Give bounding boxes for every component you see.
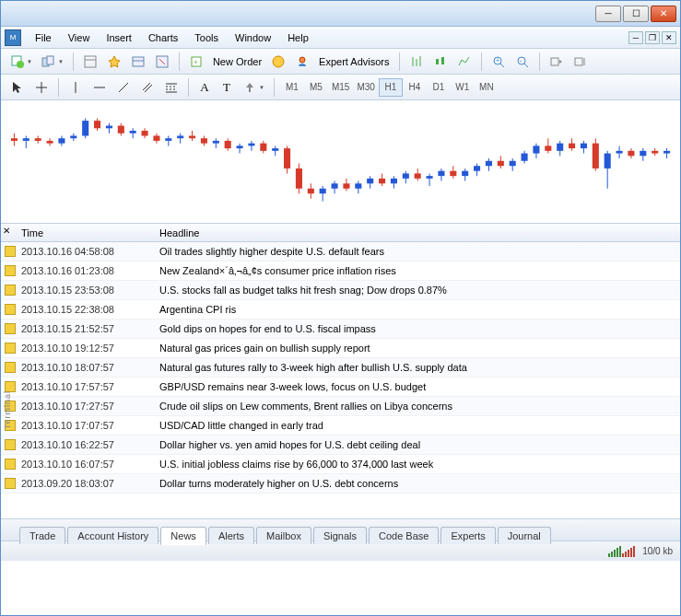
tab-experts[interactable]: Experts (440, 527, 495, 544)
timeframe-h1[interactable]: H1 (379, 78, 403, 97)
news-row[interactable]: 2013.10.10 19:12:57Natural gas prices ga… (1, 339, 680, 358)
timeframe-m30[interactable]: M30 (353, 78, 378, 97)
mdi-minimize-button[interactable]: ─ (628, 31, 643, 44)
svg-rect-40 (11, 138, 18, 141)
column-header-time[interactable]: Time (21, 227, 159, 238)
trendline-button[interactable] (112, 77, 135, 98)
news-icon (5, 459, 16, 470)
text-button[interactable]: A (194, 77, 215, 98)
minimize-button[interactable]: ─ (595, 6, 621, 22)
news-icon (5, 478, 16, 489)
timeframe-m1[interactable]: M1 (280, 78, 304, 97)
new-order-button[interactable]: + (185, 52, 207, 72)
svg-rect-78 (237, 145, 243, 148)
terminal-button[interactable] (127, 52, 149, 72)
news-row[interactable]: 2013.10.10 17:27:57Crude oil slips on Le… (1, 397, 680, 416)
zoom-in-button[interactable]: + (487, 52, 510, 72)
news-time: 2013.10.10 16:22:57 (21, 439, 159, 450)
toolbar-separator (58, 78, 59, 97)
traffic-label: 10/0 kb (642, 546, 673, 556)
news-row[interactable]: 2013.10.16 01:23:08New Zealand×´â‚¬â„¢s … (1, 262, 680, 281)
auto-scroll-button[interactable] (546, 52, 568, 72)
timeframe-m5[interactable]: M5 (304, 78, 328, 97)
tab-trade[interactable]: Trade (19, 527, 65, 544)
menu-file[interactable]: File (27, 29, 60, 46)
mdi-close-button[interactable]: ✕ (662, 31, 676, 44)
fibonacci-button[interactable] (160, 77, 182, 98)
news-list[interactable]: 2013.10.16 04:58:08Oil trades slightly h… (1, 242, 680, 518)
profiles-button[interactable]: ▼ (38, 52, 67, 72)
news-time: 2013.10.10 18:07:57 (21, 362, 159, 373)
horizontal-line-button[interactable] (88, 77, 111, 98)
menu-charts[interactable]: Charts (140, 29, 186, 46)
equidistant-channel-button[interactable] (136, 77, 159, 98)
expert-advisors-button[interactable] (291, 52, 313, 72)
connection-bars-icon (608, 546, 635, 557)
tab-mailbox[interactable]: Mailbox (256, 527, 311, 544)
bar-chart-button[interactable] (405, 52, 428, 72)
new-chart-button[interactable]: ▼ (6, 52, 36, 72)
timeframe-mn[interactable]: MN (475, 78, 499, 97)
news-row[interactable]: 2013.10.10 17:57:57GBP/USD remains near … (1, 378, 680, 397)
crosshair-button[interactable] (30, 77, 53, 98)
menu-tools[interactable]: Tools (186, 29, 227, 46)
news-row[interactable]: 2013.10.16 04:58:08Oil trades slightly h… (1, 242, 680, 262)
timeframe-h4[interactable]: H4 (403, 78, 427, 97)
timeframe-w1[interactable]: W1 (451, 78, 475, 97)
menu-help[interactable]: Help (279, 29, 317, 46)
arrows-button[interactable]: ▼ (239, 77, 268, 98)
menu-window[interactable]: Window (227, 29, 279, 46)
news-row[interactable]: 2013.10.10 17:07:57USD/CAD little change… (1, 416, 680, 436)
news-row[interactable]: 2013.10.10 16:22:57Dollar higher vs. yen… (1, 436, 680, 455)
zoom-out-button[interactable]: - (511, 52, 534, 72)
vertical-line-button[interactable] (65, 77, 87, 98)
expert-advisors-label[interactable]: Expert Advisors (319, 56, 389, 67)
svg-rect-148 (652, 151, 658, 154)
strategy-tester-button[interactable] (151, 52, 173, 72)
close-button[interactable]: ✕ (651, 6, 676, 22)
timeframe-d1[interactable]: D1 (427, 78, 451, 97)
svg-text:+: + (194, 58, 198, 66)
new-order-label[interactable]: New Order (213, 56, 262, 67)
tab-code-base[interactable]: Code Base (369, 527, 439, 544)
candle-chart-button[interactable] (429, 52, 452, 72)
news-row[interactable]: 2013.10.15 23:53:08U.S. stocks fall as b… (1, 281, 680, 300)
svg-rect-114 (450, 171, 456, 176)
navigator-button[interactable] (103, 52, 125, 72)
app-icon: M (5, 29, 21, 46)
news-row[interactable]: 2013.10.10 18:07:57Natural gas futures r… (1, 358, 680, 378)
market-watch-button[interactable] (79, 52, 101, 72)
svg-rect-64 (153, 135, 159, 140)
news-headline: Gold dips on hopes for end to U.S. fisca… (159, 323, 680, 334)
svg-rect-66 (165, 138, 171, 141)
chart-area[interactable] (1, 100, 680, 224)
chart-shift-button[interactable] (569, 52, 592, 72)
maximize-button[interactable]: ☐ (623, 6, 649, 22)
svg-rect-60 (130, 131, 136, 134)
tab-signals[interactable]: Signals (313, 527, 367, 544)
svg-rect-150 (663, 151, 670, 154)
column-header-headline[interactable]: Headline (159, 227, 680, 238)
tab-journal[interactable]: Journal (498, 527, 551, 544)
mdi-restore-button[interactable]: ❐ (645, 31, 660, 44)
news-row[interactable]: 2013.10.15 21:52:57Gold dips on hopes fo… (1, 320, 680, 339)
news-row[interactable]: 2013.10.10 16:07:57U.S. initial jobless … (1, 455, 680, 474)
timeframe-m15[interactable]: M15 (328, 78, 353, 97)
line-chart-button[interactable] (453, 52, 476, 72)
metaquotes-button[interactable] (267, 52, 289, 72)
tab-news[interactable]: News (160, 527, 206, 545)
news-icon (5, 323, 16, 334)
tab-alerts[interactable]: Alerts (208, 527, 254, 544)
news-row[interactable]: 2013.09.20 18:03:07Dollar turns moderate… (1, 474, 680, 494)
text-label-button[interactable]: T (217, 77, 237, 98)
svg-rect-110 (427, 176, 433, 179)
menu-insert[interactable]: Insert (98, 29, 140, 46)
news-row[interactable]: 2013.10.15 22:38:08Argentina CPI ris (1, 300, 680, 320)
tab-account-history[interactable]: Account History (67, 527, 159, 544)
panel-close-icon[interactable]: ✕ (3, 226, 10, 236)
svg-rect-84 (272, 148, 278, 151)
cursor-button[interactable] (6, 77, 29, 98)
svg-rect-6 (133, 57, 144, 66)
menu-view[interactable]: View (60, 29, 99, 46)
terminal-panel: ✕ Time Headline 2013.10.16 04:58:08Oil t… (1, 224, 680, 540)
